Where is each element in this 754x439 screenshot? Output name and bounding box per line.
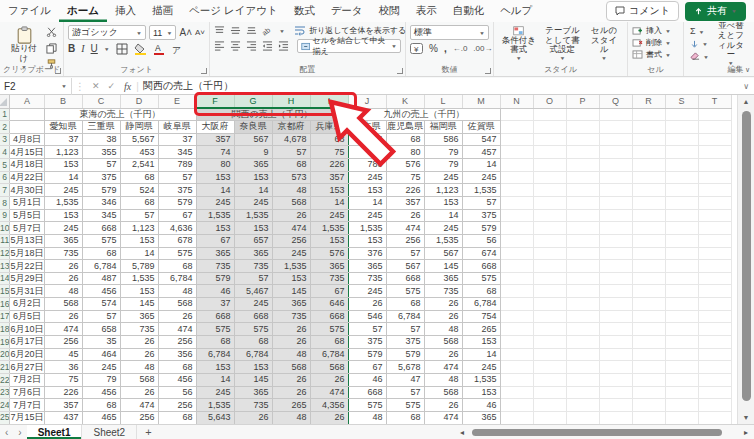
format-as-table-button[interactable]: テーブルとして書式設定 ▼ <box>542 25 584 63</box>
cell[interactable]: 26 <box>272 209 310 222</box>
cell[interactable]: 567 <box>234 133 272 146</box>
cell[interactable]: 6,784 <box>82 260 120 273</box>
cell[interactable]: 1,535 <box>120 272 158 285</box>
cell[interactable]: 357 <box>310 171 348 184</box>
date-cell[interactable]: 5月13日 <box>10 234 44 247</box>
cell[interactable] <box>599 272 632 285</box>
cell[interactable] <box>632 348 665 361</box>
cell[interactable] <box>665 108 698 121</box>
cell[interactable] <box>500 209 533 222</box>
cell[interactable] <box>566 196 599 209</box>
expand-formula-bar-button[interactable]: ∨ <box>743 82 754 91</box>
cell[interactable] <box>698 272 731 285</box>
scroll-up-arrow[interactable]: ▲ <box>738 98 754 105</box>
cell[interactable] <box>665 373 698 386</box>
cell[interactable]: 365 <box>234 159 272 172</box>
cell[interactable] <box>566 184 599 197</box>
cell[interactable]: 780 <box>348 159 386 172</box>
cell[interactable] <box>533 336 566 349</box>
row-header-7[interactable]: 7 <box>0 184 10 197</box>
cell[interactable] <box>632 222 665 235</box>
cell[interactable] <box>599 348 632 361</box>
cell[interactable]: 735 <box>348 272 386 285</box>
cell[interactable]: 80 <box>386 146 424 159</box>
prefecture-header-cell[interactable]: 京都府 <box>272 121 310 134</box>
insert-cells-button[interactable]: 挿入 ▼ <box>632 25 679 36</box>
cell[interactable]: 26 <box>424 298 462 311</box>
cell[interactable]: 153 <box>196 361 234 374</box>
comma-style-button[interactable]: , <box>444 44 447 54</box>
cell[interactable]: 345 <box>158 146 196 159</box>
cell[interactable] <box>665 361 698 374</box>
cell[interactable] <box>599 361 632 374</box>
cell[interactable]: 437 <box>44 411 82 424</box>
cell[interactable]: 586 <box>424 133 462 146</box>
cell[interactable] <box>566 234 599 247</box>
cell[interactable] <box>632 323 665 336</box>
cell[interactable] <box>698 247 731 260</box>
cell[interactable] <box>500 399 533 412</box>
cell[interactable]: 457 <box>462 146 500 159</box>
cell[interactable]: 346 <box>82 196 120 209</box>
cell[interactable] <box>665 399 698 412</box>
cell[interactable]: 14 <box>196 373 234 386</box>
row-header-23[interactable]: 23 <box>0 386 10 399</box>
cell[interactable]: 568 <box>272 196 310 209</box>
cell[interactable]: 26 <box>120 386 158 399</box>
font-name-combobox[interactable]: 游ゴシック ▼ <box>68 25 146 40</box>
cell[interactable] <box>632 171 665 184</box>
cell[interactable] <box>533 272 566 285</box>
fill-button[interactable]: ▼ <box>690 40 709 49</box>
column-header-H[interactable]: H <box>272 95 310 108</box>
row-header-10[interactable]: 10 <box>0 222 10 235</box>
date-cell[interactable]: 4月15日 <box>10 146 44 159</box>
cell[interactable] <box>698 411 731 424</box>
column-header-O[interactable]: O <box>533 95 566 108</box>
date-cell[interactable]: 4月8日 <box>10 133 44 146</box>
cell[interactable]: 48 <box>120 361 158 374</box>
cell[interactable]: 26 <box>120 348 158 361</box>
cell[interactable]: 26 <box>120 336 158 349</box>
merge-center-button[interactable]: セルを結合して中央揃え ▼ <box>297 39 401 53</box>
cell[interactable] <box>698 196 731 209</box>
cell[interactable]: 245 <box>272 247 310 260</box>
cell[interactable] <box>632 146 665 159</box>
cell[interactable] <box>10 121 44 134</box>
cell[interactable] <box>599 222 632 235</box>
cell[interactable] <box>698 386 731 399</box>
cell[interactable]: 47 <box>386 373 424 386</box>
cell[interactable] <box>566 285 599 298</box>
ribbon-tab[interactable]: ホーム <box>59 1 107 22</box>
cell[interactable] <box>533 184 566 197</box>
cell[interactable]: 48 <box>272 348 310 361</box>
cell[interactable]: 74 <box>196 146 234 159</box>
row-header-15[interactable]: 15 <box>0 285 10 298</box>
cell[interactable]: 145 <box>120 298 158 311</box>
cell[interactable] <box>533 285 566 298</box>
cell[interactable]: 579 <box>348 348 386 361</box>
cell[interactable]: 1,535 <box>196 399 234 412</box>
cell[interactable]: 568 <box>158 298 196 311</box>
cell[interactable]: 1,535 <box>348 222 386 235</box>
cell[interactable]: 567 <box>386 260 424 273</box>
cell[interactable]: 153 <box>348 184 386 197</box>
cell[interactable] <box>665 298 698 311</box>
cell[interactable]: 14 <box>120 247 158 260</box>
cell[interactable] <box>698 361 731 374</box>
cell[interactable] <box>632 386 665 399</box>
cell[interactable]: 376 <box>348 247 386 260</box>
cut-button[interactable] <box>46 27 57 37</box>
cell[interactable] <box>632 196 665 209</box>
ribbon-tab[interactable]: 自動化 <box>445 1 493 22</box>
cell[interactable]: 474 <box>158 323 196 336</box>
cell[interactable] <box>500 411 533 424</box>
cell[interactable] <box>500 196 533 209</box>
prefecture-header-cell[interactable]: 静岡県 <box>120 121 158 134</box>
cell[interactable] <box>665 285 698 298</box>
row-header-12[interactable]: 12 <box>0 247 10 260</box>
column-header-I[interactable]: I <box>310 95 348 108</box>
prefecture-header-cell[interactable]: 奈良県 <box>234 121 272 134</box>
cell[interactable] <box>665 146 698 159</box>
cell[interactable] <box>533 323 566 336</box>
cell[interactable] <box>698 121 731 134</box>
